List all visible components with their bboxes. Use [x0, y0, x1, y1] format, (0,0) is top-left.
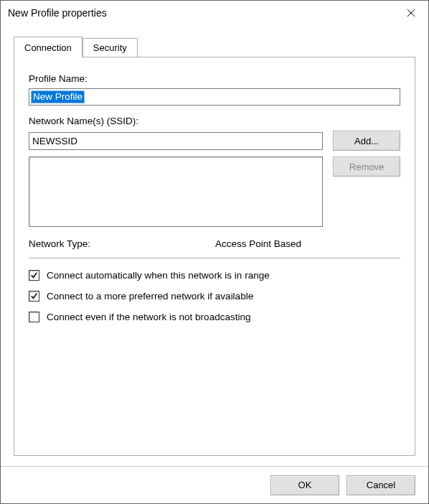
add-button[interactable]: Add... [333, 131, 400, 151]
remove-button: Remove [333, 157, 400, 177]
close-icon [407, 9, 415, 17]
ssid-listbox[interactable] [29, 157, 323, 227]
ssid-label: Network Name(s) (SSID): [29, 116, 400, 126]
network-type-label: Network Type: [29, 238, 215, 249]
prefer-other-row[interactable]: Connect to a more preferred network if a… [29, 291, 400, 302]
cancel-button[interactable]: Cancel [346, 475, 415, 495]
network-type-row: Network Type: Access Point Based [29, 238, 400, 249]
hidden-ssid-row[interactable]: Connect even if the network is not broad… [29, 312, 400, 322]
tab-panel-connection: Profile Name: New Profile Network Name(s… [14, 57, 415, 456]
auto-connect-row[interactable]: Connect automatically when this network … [29, 270, 400, 281]
client-area: Connection Security Profile Name: New Pr… [1, 25, 428, 466]
profile-name-label: Profile Name: [29, 73, 400, 84]
dialog-footer: OK Cancel [1, 466, 428, 503]
dialog-window: New Profile properties Connection Securi… [0, 0, 429, 504]
checkmark-icon [30, 271, 38, 279]
tab-strip: Connection Security [14, 37, 415, 57]
prefer-other-label: Connect to a more preferred network if a… [47, 291, 253, 302]
close-button[interactable] [395, 2, 427, 24]
tab-security[interactable]: Security [82, 38, 138, 57]
prefer-other-checkbox[interactable] [29, 291, 39, 302]
auto-connect-label: Connect automatically when this network … [47, 270, 270, 281]
tab-connection[interactable]: Connection [14, 37, 82, 57]
window-title: New Profile properties [8, 7, 395, 19]
hidden-ssid-label: Connect even if the network is not broad… [47, 312, 250, 322]
network-type-value: Access Point Based [215, 238, 301, 249]
ssid-input[interactable] [29, 132, 323, 150]
checkmark-icon [30, 292, 38, 300]
auto-connect-checkbox[interactable] [29, 270, 39, 281]
titlebar: New Profile properties [1, 1, 428, 25]
profile-name-input[interactable]: New Profile [29, 88, 400, 106]
hidden-ssid-checkbox[interactable] [29, 312, 39, 322]
profile-name-selected-text: New Profile [31, 90, 85, 103]
ok-button[interactable]: OK [270, 475, 339, 495]
separator [29, 258, 400, 258]
